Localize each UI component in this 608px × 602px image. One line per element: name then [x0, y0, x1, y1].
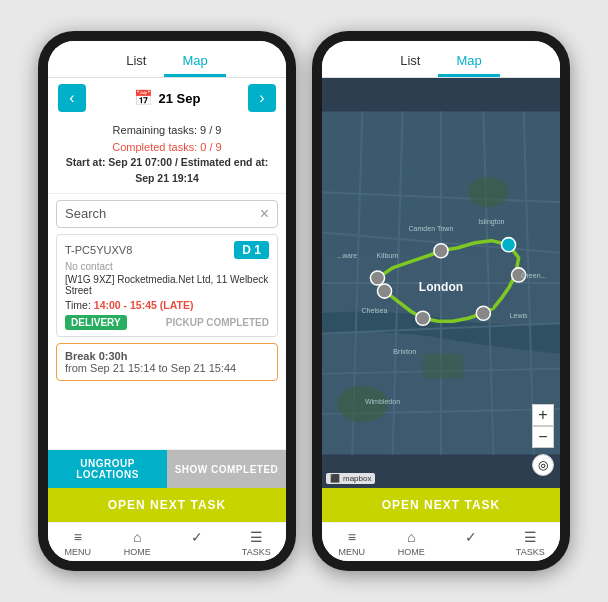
- open-next-task-button-left[interactable]: OPEN NEXT TASK: [48, 488, 286, 522]
- break-card: Break 0:30h from Sep 21 15:14 to Sep 21 …: [56, 343, 278, 381]
- tag-pickup: PICKUP COMPLETED: [166, 317, 269, 328]
- nav-menu-right[interactable]: ≡ MENU: [322, 529, 382, 557]
- check-icon-left: ✓: [191, 529, 203, 545]
- menu-icon-left: ≡: [74, 529, 82, 545]
- nav-tasks-left[interactable]: ☰ TASKS: [227, 529, 287, 557]
- task-card-header: T-PC5YUXV8 D 1: [65, 241, 269, 259]
- show-completed-button[interactable]: SHOW COMPLETED: [167, 450, 286, 488]
- menu-icon-right: ≡: [348, 529, 356, 545]
- open-next-task-button-right[interactable]: OPEN NEXT TASK: [322, 488, 560, 522]
- next-date-button[interactable]: ›: [248, 84, 276, 112]
- svg-text:Green...: Green...: [521, 272, 547, 279]
- task-card[interactable]: T-PC5YUXV8 D 1 No contact [W1G 9XZ] Rock…: [56, 234, 278, 337]
- home-icon-right: ⌂: [407, 529, 415, 545]
- start-time: Start at: Sep 21 07:00 / Estimated end a…: [58, 155, 276, 187]
- time-value: 14:00 - 15:45 (LATE): [94, 299, 194, 311]
- nav-tasks-label-left: TASKS: [242, 547, 271, 557]
- nav-home-right[interactable]: ⌂ HOME: [382, 529, 442, 557]
- completed-tasks: Completed tasks: 0 / 9: [58, 139, 276, 156]
- zoom-controls: + −: [532, 404, 554, 448]
- date-center: 📅 21 Sep: [134, 89, 201, 107]
- svg-text:Kilburn: Kilburn: [377, 252, 399, 259]
- nav-check-left[interactable]: ✓: [167, 529, 227, 557]
- task-contact: No contact: [65, 261, 269, 272]
- left-phone: List Map ‹ 📅 21 Sep › Remaining tasks: 9…: [38, 31, 296, 571]
- left-phone-screen: List Map ‹ 📅 21 Sep › Remaining tasks: 9…: [48, 41, 286, 561]
- nav-tasks-right[interactable]: ☰ TASKS: [501, 529, 561, 557]
- tabs-right: List Map: [322, 41, 560, 78]
- svg-point-20: [416, 311, 430, 325]
- home-icon-left: ⌂: [133, 529, 141, 545]
- svg-point-17: [502, 238, 516, 252]
- svg-point-16: [434, 244, 448, 258]
- nav-menu-label-left: MENU: [65, 547, 92, 557]
- zoom-in-button[interactable]: +: [532, 404, 554, 426]
- task-info: Remaining tasks: 9 / 9 Completed tasks: …: [48, 118, 286, 194]
- bottom-nav-left: ≡ MENU ⌂ HOME ✓ ☰ TASKS: [48, 522, 286, 561]
- svg-rect-14: [423, 354, 463, 379]
- mapbox-label: mapbox: [343, 474, 371, 483]
- zoom-out-button[interactable]: −: [532, 426, 554, 448]
- mapbox-logo: ⬛: [330, 474, 340, 483]
- svg-text:Chelsea: Chelsea: [362, 307, 388, 314]
- tabs-left: List Map: [48, 41, 286, 78]
- tab-list-left[interactable]: List: [108, 47, 164, 77]
- tab-list-right[interactable]: List: [382, 47, 438, 77]
- svg-text:Lewis: Lewis: [510, 312, 528, 319]
- tab-map-right[interactable]: Map: [438, 47, 499, 77]
- task-list: T-PC5YUXV8 D 1 No contact [W1G 9XZ] Rock…: [48, 234, 286, 446]
- nav-tasks-label-right: TASKS: [516, 547, 545, 557]
- svg-text:Camden Town: Camden Town: [408, 225, 453, 232]
- svg-point-19: [476, 306, 490, 320]
- nav-menu-left[interactable]: ≡ MENU: [48, 529, 108, 557]
- nav-home-label-right: HOME: [398, 547, 425, 557]
- prev-date-button[interactable]: ‹: [58, 84, 86, 112]
- svg-text:Brixton: Brixton: [393, 347, 417, 356]
- svg-point-12: [468, 177, 508, 207]
- date-nav: ‹ 📅 21 Sep ›: [48, 78, 286, 118]
- task-address: [W1G 9XZ] Rocketmedia.Net Ltd, 11 Welbec…: [65, 274, 269, 296]
- calendar-icon: 📅: [134, 89, 153, 107]
- svg-point-21: [377, 284, 391, 298]
- nav-menu-label-right: MENU: [339, 547, 366, 557]
- tab-map-left[interactable]: Map: [164, 47, 225, 77]
- my-location-button[interactable]: ◎: [532, 454, 554, 476]
- svg-text:...ware: ...ware: [337, 252, 357, 259]
- check-icon-right: ✓: [465, 529, 477, 545]
- task-tags: DELIVERY PICKUP COMPLETED: [65, 315, 269, 330]
- right-phone: List Map: [312, 31, 570, 571]
- svg-text:Wimbledon: Wimbledon: [365, 398, 400, 405]
- nav-check-right[interactable]: ✓: [441, 529, 501, 557]
- map-container[interactable]: London Kilburn Camden Town Islington Che…: [322, 78, 560, 488]
- task-time: Time: 14:00 - 15:45 (LATE): [65, 299, 269, 311]
- svg-point-15: [370, 271, 384, 285]
- tasks-icon-left: ☰: [250, 529, 263, 545]
- nav-home-label-left: HOME: [124, 547, 151, 557]
- map-attribution: ⬛ mapbox: [326, 473, 375, 484]
- search-input[interactable]: [65, 206, 260, 221]
- svg-text:London: London: [419, 280, 463, 294]
- break-title: Break 0:30h: [65, 350, 269, 362]
- current-date: 21 Sep: [159, 91, 201, 106]
- bottom-nav-right: ≡ MENU ⌂ HOME ✓ ☰ TASKS: [322, 522, 560, 561]
- break-detail: from Sep 21 15:14 to Sep 21 15:44: [65, 362, 269, 374]
- map-svg: London Kilburn Camden Town Islington Che…: [322, 78, 560, 488]
- right-phone-screen: List Map: [322, 41, 560, 561]
- bottom-actions: UNGROUP LOCATIONS SHOW COMPLETED: [48, 449, 286, 488]
- search-bar[interactable]: ×: [56, 200, 278, 228]
- task-badge: D 1: [234, 241, 269, 259]
- remaining-tasks: Remaining tasks: 9 / 9: [58, 122, 276, 139]
- tasks-icon-right: ☰: [524, 529, 537, 545]
- tag-delivery: DELIVERY: [65, 315, 127, 330]
- nav-home-left[interactable]: ⌂ HOME: [108, 529, 168, 557]
- search-close-icon[interactable]: ×: [260, 205, 269, 223]
- ungroup-locations-button[interactable]: UNGROUP LOCATIONS: [48, 450, 167, 488]
- time-label: Time:: [65, 299, 91, 311]
- svg-text:Islington: Islington: [478, 219, 504, 227]
- task-id: T-PC5YUXV8: [65, 244, 132, 256]
